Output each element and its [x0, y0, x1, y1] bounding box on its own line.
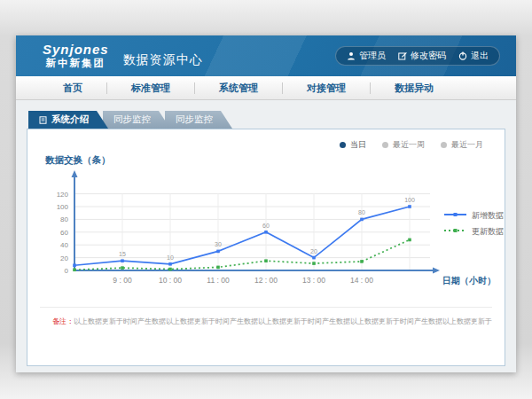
radio-icon — [340, 142, 346, 148]
tab-sync-monitor-2[interactable]: 同步监控 — [165, 111, 232, 129]
filter-last-week[interactable]: 最近一周 — [382, 138, 425, 151]
y-tick-label: 40 — [60, 241, 68, 249]
tab-system-intro-label: 系统介绍 — [51, 113, 89, 126]
filter-last-month[interactable]: 最近一月 — [441, 138, 483, 151]
data-point — [168, 262, 172, 266]
y-tick-label: 80 — [60, 215, 68, 223]
filter-last-week-label: 最近一周 — [393, 139, 425, 151]
data-point-label: 30 — [215, 241, 222, 247]
x-tick-label: 9 : 00 — [113, 276, 132, 285]
x-axis-title: 日期（小时） — [442, 276, 496, 286]
data-point — [360, 260, 364, 263]
edit-icon — [398, 51, 407, 60]
y-tick-label: 20 — [60, 254, 68, 262]
data-point-label: 15 — [119, 251, 126, 257]
data-point — [360, 218, 364, 222]
data-point — [216, 250, 220, 254]
data-point — [216, 266, 220, 270]
tab-sync-monitor-1[interactable]: 同步监控 — [103, 111, 170, 129]
content-area: 系统介绍 同步监控 同步监控 当日 最近一周 — [16, 100, 516, 372]
radio-icon — [382, 142, 388, 148]
x-axis-arrow — [433, 268, 440, 274]
main-nav: 首页 标准管理 系统管理 对接管理 数据异动 — [16, 76, 516, 100]
app-window: Synjones 新中新集团 数据资源中心 管理员 修改密码 — [16, 35, 516, 372]
change-password-label: 修改密码 — [411, 50, 446, 62]
time-range-filters: 当日 最近一周 最近一月 — [27, 129, 505, 151]
data-point — [264, 231, 268, 234]
data-point — [408, 205, 411, 208]
data-point — [312, 262, 316, 265]
data-point — [73, 263, 76, 267]
y-tick-label: 120 — [57, 191, 69, 199]
footnote-text: 以上数据更新于时间产生数据以上数据更新于时间产生数据以上数据更新于时间产生数据以… — [74, 317, 492, 325]
user-icon — [347, 51, 356, 60]
data-point — [312, 256, 316, 260]
change-password-button[interactable]: 修改密码 — [398, 50, 446, 62]
data-point — [168, 268, 172, 271]
legend-label-1: 更新数据 — [472, 227, 504, 236]
power-icon — [458, 51, 467, 60]
user-menu-admin[interactable]: 管理员 — [347, 50, 386, 62]
data-point-label: 60 — [262, 223, 270, 229]
line-chart: 0204060801001209 : 0010 : 0011 : 0012 : … — [35, 151, 513, 300]
brand-logo-cn: 新中新集团 — [43, 58, 109, 69]
data-point — [121, 266, 124, 270]
nav-item-standard-mgmt[interactable]: 标准管理 — [106, 82, 194, 94]
logout-button[interactable]: 退出 — [458, 50, 489, 62]
tab-bar: 系统介绍 同步监控 同步监控 — [28, 111, 505, 129]
filter-today-label: 当日 — [350, 139, 366, 151]
legend-marker-0 — [454, 213, 458, 216]
y-axis-title: 数据交换（条） — [44, 154, 111, 166]
data-point-label: 10 — [167, 254, 174, 261]
data-point-label: 20 — [310, 248, 317, 254]
brand-logo-en: Synjones — [43, 43, 109, 58]
data-point-label: 100 — [404, 197, 415, 203]
chart-panel: 当日 最近一周 最近一月 0204060801001209 : 0010 : 0… — [27, 129, 505, 366]
legend-label-0: 新增数据 — [472, 211, 504, 220]
app-header: Synjones 新中新集团 数据资源中心 管理员 修改密码 — [16, 35, 516, 76]
footnote-label: 备注： — [52, 317, 74, 325]
y-tick-label: 60 — [60, 229, 68, 237]
x-tick-label: 12 : 00 — [254, 276, 278, 285]
tab-sync-monitor-1-label: 同步监控 — [113, 113, 151, 126]
chart-container: 0204060801001209 : 0010 : 0011 : 0012 : … — [27, 151, 505, 300]
data-point — [264, 259, 268, 262]
page-title: 数据资源中心 — [123, 52, 203, 68]
legend-marker-1 — [454, 229, 458, 232]
y-tick-label: 100 — [57, 203, 69, 211]
x-tick-label: 13 : 00 — [302, 276, 325, 285]
filter-last-month-label: 最近一月 — [451, 139, 483, 151]
user-menu: 管理员 修改密码 退出 — [335, 46, 500, 66]
x-tick-label: 10 : 00 — [159, 276, 182, 285]
nav-item-data-change[interactable]: 数据异动 — [370, 82, 458, 94]
nav-item-interface-mgmt[interactable]: 对接管理 — [282, 82, 370, 94]
y-axis-arrow — [72, 170, 78, 177]
filter-today[interactable]: 当日 — [340, 138, 366, 151]
y-tick-label: 0 — [65, 267, 69, 275]
data-point-label: 80 — [358, 209, 365, 215]
tab-sync-monitor-2-label: 同步监控 — [176, 113, 213, 126]
data-point — [408, 239, 411, 242]
footnote: 备注：以上数据更新于时间产生数据以上数据更新于时间产生数据以上数据更新于时间产生… — [40, 307, 492, 326]
brand-logo: Synjones 新中新集团 — [43, 43, 109, 68]
x-tick-label: 11 : 00 — [207, 276, 230, 285]
logout-label: 退出 — [471, 50, 489, 62]
data-point — [73, 268, 76, 271]
x-tick-label: 14 : 00 — [350, 276, 373, 285]
data-point — [121, 259, 124, 262]
document-icon — [39, 116, 47, 124]
tab-system-intro[interactable]: 系统介绍 — [28, 111, 108, 129]
user-menu-admin-label: 管理员 — [359, 50, 386, 62]
radio-icon — [441, 142, 447, 148]
nav-item-system-mgmt[interactable]: 系统管理 — [194, 82, 282, 94]
nav-item-home[interactable]: 首页 — [39, 82, 106, 94]
